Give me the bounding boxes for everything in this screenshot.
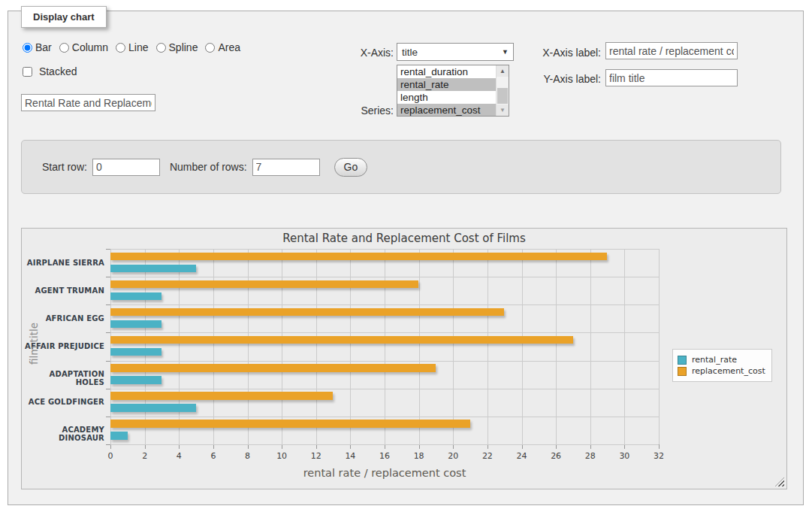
start-row-label: Start row: <box>42 161 87 173</box>
series-listbox[interactable]: rental_durationrental_ratelengthreplacem… <box>397 65 509 117</box>
gridline <box>110 417 659 417</box>
y-axis-title: film title <box>28 323 40 365</box>
start-row-input[interactable] <box>92 159 160 176</box>
gridline <box>110 444 659 445</box>
x-tick-label: 18 <box>408 451 430 461</box>
category-label: AGENT TRUMAN <box>22 286 104 295</box>
series-options: rental_durationrental_ratelengthreplacem… <box>397 65 496 116</box>
x-tick-label: 14 <box>339 451 361 461</box>
display-chart-panel: Display chart BarColumnLineSplineArea St… <box>8 11 804 505</box>
x-tick-label: 20 <box>442 451 464 461</box>
gridline <box>110 277 659 277</box>
x-tick-label: 10 <box>270 451 293 461</box>
y-tick <box>106 417 110 417</box>
chart-type-label: Area <box>218 41 240 53</box>
x-axis-label-input[interactable] <box>605 42 738 59</box>
y-axis-label-input[interactable] <box>605 69 738 86</box>
stacked-checkbox[interactable] <box>23 67 32 77</box>
bar-replacement_cost <box>110 420 470 428</box>
gridline <box>659 249 660 444</box>
chart-type-radiogroup: BarColumnLineSplineArea <box>23 41 248 53</box>
legend-item-rental_rate: rental_rate <box>678 355 765 365</box>
chart-legend: rental_ratereplacement_cost <box>672 349 772 382</box>
gridline <box>110 249 659 250</box>
category-label: AFRICAN EGG <box>22 314 104 323</box>
scrollbar-up-icon[interactable]: ▲ <box>497 65 509 77</box>
bar-rental_rate <box>110 265 196 273</box>
page: Display chart BarColumnLineSplineArea St… <box>0 0 812 512</box>
chart-type-radio-bar[interactable] <box>23 43 32 53</box>
x-axis-field-label: X-Axis: <box>346 47 394 59</box>
chart-type-radio-area[interactable] <box>205 43 215 53</box>
gridline <box>624 249 625 444</box>
chart-type-radio-spline[interactable] <box>156 43 166 53</box>
chart-resize-handle[interactable] <box>775 477 784 486</box>
y-tick <box>106 361 110 362</box>
x-axis-label-field-label: X-Axis label: <box>526 47 601 59</box>
x-tick-label: 24 <box>511 451 533 461</box>
x-tick-label: 4 <box>168 451 190 461</box>
chevron-down-icon: ▼ <box>502 48 509 56</box>
gridline <box>419 249 420 444</box>
display-chart-tab[interactable]: Display chart <box>21 6 107 28</box>
num-rows-input[interactable] <box>252 159 320 176</box>
chart-type-radio-line[interactable] <box>116 43 125 53</box>
series-option-replacement_cost[interactable]: replacement_cost <box>397 104 496 117</box>
bar-rental_rate <box>110 404 196 412</box>
gridline <box>488 249 488 444</box>
chart-type-label: Line <box>128 41 148 53</box>
category-label: AIRPLANE SIERRA <box>22 259 104 267</box>
chart-type-option-bar[interactable]: Bar <box>23 41 52 53</box>
bar-rental_rate <box>110 320 161 329</box>
chart-type-label: Column <box>72 41 108 53</box>
y-tick <box>106 277 110 277</box>
chart-type-option-column[interactable]: Column <box>59 41 108 53</box>
bar-replacement_cost <box>110 392 333 400</box>
y-tick <box>106 332 110 333</box>
bar-replacement_cost <box>110 253 607 261</box>
legend-label: rental_rate <box>692 355 737 365</box>
x-tick-label: 0 <box>99 451 122 461</box>
num-rows-label: Number of rows: <box>170 161 247 173</box>
gridline <box>282 249 282 444</box>
x-tick-label: 28 <box>579 451 602 461</box>
x-axis-title: rental rate / replacement cost <box>110 467 659 479</box>
bar-replacement_cost <box>110 364 436 372</box>
series-option-rental_rate[interactable]: rental_rate <box>397 78 496 91</box>
chart-title: Rental Rate and Replacement Cost of Film… <box>22 232 786 245</box>
series-option-rental_duration[interactable]: rental_duration <box>397 65 496 78</box>
chart-type-option-area[interactable]: Area <box>205 41 240 53</box>
x-tick-label: 6 <box>202 451 225 461</box>
go-button[interactable]: Go <box>334 158 368 177</box>
bar-replacement_cost <box>110 336 573 344</box>
chart-type-option-spline[interactable]: Spline <box>156 41 198 53</box>
y-tick <box>106 389 110 389</box>
x-axis-select[interactable]: title ▼ <box>397 43 514 61</box>
legend-label: replacement_cost <box>692 366 765 376</box>
y-axis-label-field-label: Y-Axis label: <box>526 73 601 85</box>
chart-type-radio-column[interactable] <box>59 43 69 53</box>
x-tick-label: 30 <box>613 451 635 461</box>
category-label: ADAPTATION HOLES <box>22 370 104 386</box>
stacked-checkbox-label[interactable]: Stacked <box>23 65 77 77</box>
y-tick <box>106 444 110 445</box>
scrollbar-thumb[interactable] <box>497 88 508 104</box>
x-tick-label: 8 <box>237 451 259 461</box>
bar-rental_rate <box>110 376 161 384</box>
series-scrollbar[interactable]: ▲ ▼ <box>496 65 509 116</box>
chart-type-label: Spline <box>169 41 198 53</box>
series-option-length[interactable]: length <box>397 91 496 104</box>
category-label: ACADEMY DINOSAUR <box>22 426 104 442</box>
gridline <box>385 249 385 444</box>
gridline <box>522 249 523 444</box>
bar-rental_rate <box>110 432 128 440</box>
scrollbar-down-icon[interactable]: ▼ <box>497 105 509 116</box>
bar-replacement_cost <box>110 308 504 317</box>
x-tick-label: 16 <box>373 451 396 461</box>
legend-swatch <box>678 367 687 376</box>
chart-type-option-line[interactable]: Line <box>116 41 148 53</box>
chart-title-input[interactable] <box>21 94 155 111</box>
chart-type-label: Bar <box>35 41 52 53</box>
gridline <box>110 249 111 444</box>
gridline <box>110 332 659 333</box>
